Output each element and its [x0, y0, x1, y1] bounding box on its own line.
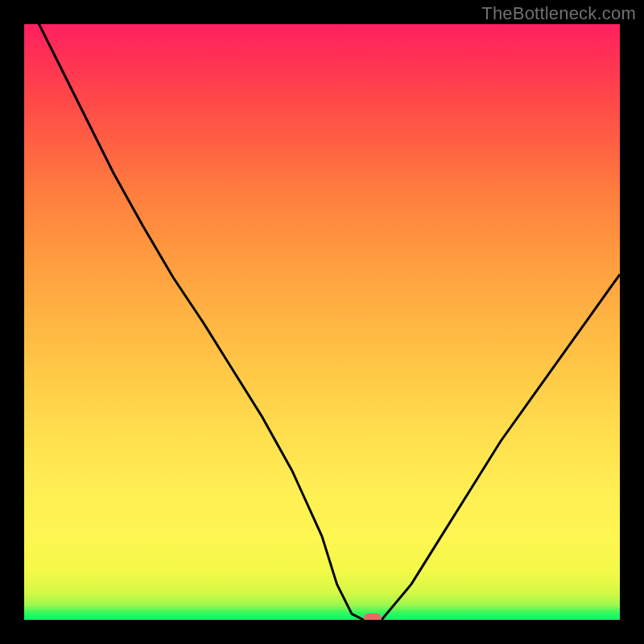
curve-path [24, 24, 620, 620]
watermark-text: TheBottleneck.com [481, 3, 636, 24]
bottleneck-curve [24, 24, 620, 620]
plot-area [24, 24, 620, 620]
optimal-marker [364, 613, 382, 620]
chart-frame: TheBottleneck.com [0, 0, 644, 644]
